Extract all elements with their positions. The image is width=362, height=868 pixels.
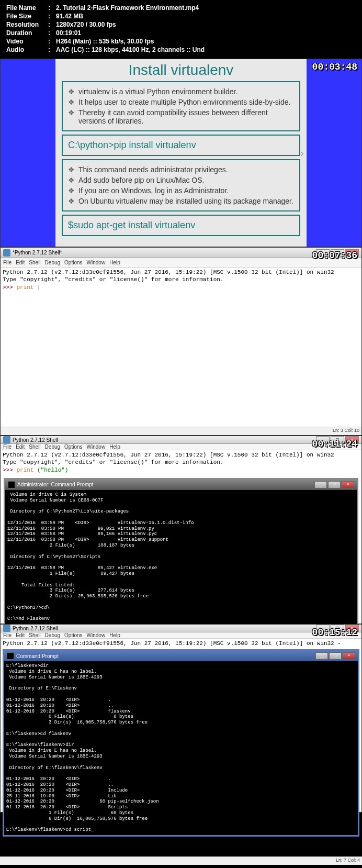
menu-window[interactable]: Window — [87, 260, 106, 265]
menu-help[interactable]: Help — [109, 260, 120, 265]
slide-box-2: This command needs administrator privile… — [62, 159, 300, 212]
slide-command-1: C:\python>pip install virtualenv — [62, 135, 300, 156]
shell-line: Type "copyright", "credits" or "license(… — [3, 459, 359, 466]
presentation-slide: Install virtualenv virtualenv is a virtu… — [55, 59, 307, 247]
shell-command: print — [16, 284, 33, 291]
close-button[interactable]: × — [343, 652, 355, 660]
titlebar[interactable]: Python 2.7.12 Shell _ □ × — [1, 625, 361, 632]
timestamp-4: 00:15:12 — [312, 627, 357, 638]
menubar: File Edit Shell Debug Options Window Hel… — [1, 632, 361, 639]
slide-command-2: $sudo apt-get install virtualenv — [62, 215, 300, 236]
list-item: Thereby it can avoid compatibility issue… — [68, 107, 294, 126]
menu-edit[interactable]: Edit — [16, 444, 25, 450]
list-item: Add sudo before pip on Linux/Mac OS. — [68, 175, 294, 185]
python-icon — [3, 436, 10, 443]
cmd-title: Command Prompt — [16, 653, 59, 659]
cmd-titlebar[interactable]: Administrator: Command Prompt _ □ × — [5, 480, 357, 490]
video-label: Video — [6, 38, 48, 45]
menu-shell[interactable]: Shell — [29, 632, 40, 638]
menu-options[interactable]: Options — [64, 632, 82, 638]
minimize-button[interactable]: _ — [314, 481, 327, 488]
next-slide-arrow-icon[interactable]: › — [300, 147, 304, 159]
minimize-button[interactable]: _ — [315, 652, 328, 660]
shell-line: Python 2.7.12 (v2.7.12:d33e0cf91556, Jun… — [3, 451, 359, 459]
maximize-button[interactable]: □ — [328, 481, 341, 488]
audio-value: AAC (LC) :: 128 kbps, 44100 Hz, 2 channe… — [56, 46, 205, 53]
menu-debug[interactable]: Debug — [45, 260, 60, 265]
shell-prompt: >>> — [3, 467, 16, 473]
video-value: H264 (Main) :: 535 kb/s, 30.00 fps — [56, 38, 154, 45]
list-item: virtualenv is a virtual Python environme… — [68, 86, 294, 97]
shell-prompt: >>> — [3, 284, 16, 291]
window-title: Python 2.7.12 Shell — [13, 437, 58, 443]
maximize-button[interactable]: □ — [329, 652, 342, 660]
duration-label: Duration — [6, 29, 48, 37]
menu-help[interactable]: Help — [109, 444, 120, 450]
menubar: File Edit Shell Debug Options Window Hel… — [1, 444, 361, 450]
menu-options[interactable]: Options — [64, 260, 82, 265]
cmd-title: Administrator: Command Prompt — [17, 482, 94, 487]
file-size-value: 91.42 MB — [56, 13, 83, 20]
shell-content[interactable]: Python 2.7.12 (v2.7.12:d33e0cf91556, Jun… — [1, 639, 361, 648]
list-item: On Ubuntu virtualenv may be installed us… — [68, 196, 294, 206]
statusbar: Ln: 3 Col: 10 — [1, 427, 361, 435]
menu-edit[interactable]: Edit — [16, 632, 25, 638]
menu-debug[interactable]: Debug — [45, 632, 60, 638]
close-button[interactable]: × — [342, 481, 354, 488]
duration-value: 00:19:01 — [56, 29, 81, 37]
menu-file[interactable]: File — [3, 632, 12, 638]
resolution-label: Resolution — [6, 21, 48, 28]
window-title: *Python 2.7.12 Shell* — [13, 250, 62, 255]
cmd-content[interactable]: Volume in drive C is System Volume Seria… — [5, 490, 357, 636]
file-name-label: File Name — [6, 4, 48, 12]
shell-line: Python 2.7.12 (v2.7.12:d33e0cf91556, Jun… — [3, 640, 359, 647]
menu-shell[interactable]: Shell — [29, 444, 40, 450]
list-item: If you are on Windows, log in as Adminis… — [68, 185, 294, 196]
shell-line: Type "copyright", "credits" or "license(… — [3, 276, 359, 283]
cmd-titlebar[interactable]: Command Prompt _ □ × — [4, 651, 358, 661]
slide-title: Install virtualenv — [62, 59, 300, 81]
shell-content[interactable]: Python 2.7.12 (v2.7.12:d33e0cf91556, Jun… — [1, 450, 361, 475]
python-icon — [3, 249, 10, 257]
menu-file[interactable]: File — [3, 444, 12, 450]
cmd-icon — [7, 652, 14, 660]
command-prompt-window: Administrator: Command Prompt _ □ × Volu… — [4, 478, 358, 644]
file-name-value: 2. Tutorial 2-Flask Framework Environmen… — [56, 4, 199, 12]
window-title: Python 2.7.12 Shell — [13, 626, 58, 631]
timestamp-2: 00:07:36 — [312, 250, 357, 261]
slide-box-1: virtualenv is a virtual Python environme… — [62, 81, 300, 131]
resolution-value: 1280x720 / 30.00 fps — [56, 21, 116, 28]
menu-options[interactable]: Options — [64, 444, 82, 450]
menu-help[interactable]: Help — [109, 632, 120, 638]
list-item: This command needs administrator privile… — [68, 164, 294, 175]
audio-label: Audio — [6, 46, 48, 53]
menubar: File Edit Shell Debug Options Window Hel… — [1, 258, 361, 268]
shell-command: print — [16, 467, 33, 473]
list-item: It helps user to create multiple Python … — [68, 97, 294, 107]
shell-line: Python 2.7.12 (v2.7.12:d33e0cf91556, Jun… — [3, 269, 359, 276]
titlebar[interactable]: Python 2.7.12 Shell _ □ × — [1, 436, 361, 444]
menu-shell[interactable]: Shell — [29, 260, 40, 265]
shell-content[interactable]: Python 2.7.12 (v2.7.12:d33e0cf91556, Jun… — [1, 268, 361, 427]
file-info-panel: File Name:2. Tutorial 2-Flask Framework … — [0, 0, 362, 59]
menu-debug[interactable]: Debug — [45, 444, 60, 450]
footer-space: Ln: 7 Col: 4 — [0, 856, 362, 868]
slide-list-2: This command needs administrator privile… — [68, 164, 294, 206]
screenshot-1: 00:03:48 Install virtualenv virtualenv i… — [0, 59, 362, 247]
shell-arg: ("hello") — [33, 467, 68, 473]
menu-window[interactable]: Window — [87, 444, 106, 450]
slide-list-1: virtualenv is a virtual Python environme… — [68, 86, 294, 126]
cmd-content[interactable]: E:\flaskenv>dir Volume in drive E has no… — [4, 661, 358, 835]
timestamp-1: 00:03:48 — [312, 62, 357, 72]
screenshot-3: 00:11:24 Python 2.7.12 Shell _ □ × File … — [0, 436, 362, 624]
screenshot-4: 00:15:12 Python 2.7.12 Shell _ □ × File … — [0, 624, 362, 813]
menu-file[interactable]: File — [3, 260, 12, 265]
file-size-label: File Size — [6, 13, 48, 20]
python-icon — [3, 625, 10, 632]
command-prompt-window: Command Prompt _ □ × E:\flaskenv>dir Vol… — [3, 649, 359, 837]
titlebar[interactable]: *Python 2.7.12 Shell* _ □ × — [1, 248, 361, 258]
cmd-icon — [8, 481, 15, 488]
menu-window[interactable]: Window — [87, 632, 106, 638]
screenshot-2: 00:07:36 *Python 2.7.12 Shell* _ □ × Fil… — [0, 247, 362, 436]
menu-edit[interactable]: Edit — [16, 260, 25, 265]
